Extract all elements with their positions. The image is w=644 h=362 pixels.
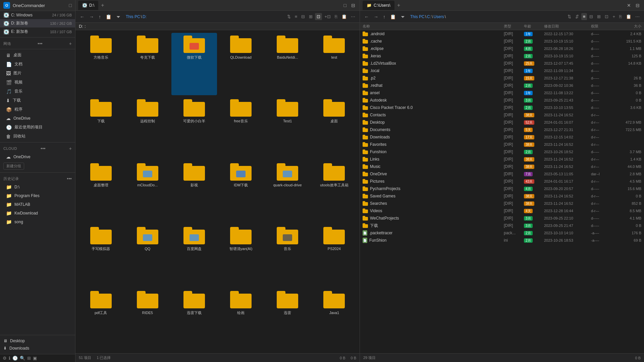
grid-item[interactable]: 方格音乐 [78,33,123,95]
search-sidebar-btn[interactable]: 🔍 [20,356,25,361]
list-row[interactable]: Desktop[DIR]52天2024-01-01 16:07d-r---472… [360,119,644,126]
right-forward-btn[interactable]: → [372,13,380,20]
list-row[interactable]: .cache[DIR]2月2023-10-19 15:10d-----191.5… [360,38,644,45]
list-row[interactable]: 📄FunShionini2月2023-10-26 18:53-a----69 B [360,237,644,244]
grid-item[interactable]: 桌面 [312,97,357,159]
list-row[interactable]: Pictures[DIR]43天2024-01-01 16:17d-r---4.… [360,178,644,185]
left-new-tab-btn2[interactable]: +⊡ [323,13,332,20]
list-row[interactable]: .local[DIR]1年2022-11-09 11:34d----- [360,67,644,74]
right-breadcrumb-thispc[interactable]: This PC [410,14,425,19]
grid-item[interactable]: 手写模拟器 [78,224,123,287]
right-up-btn[interactable]: ↑ [381,13,387,20]
grid-item[interactable]: 迅雷下载 [171,288,217,351]
apps-sidebar-btn[interactable]: ⊞ [27,356,31,361]
history-d[interactable]: 📁 D:\ [0,183,75,191]
left-breadcrumb-d[interactable]: D: [143,14,147,19]
clock-btn[interactable]: 🕒 [12,356,18,361]
nav-desktop[interactable]: 🖥 桌面 [0,51,75,60]
list-row[interactable]: .Ld2VirtualBox[DIR]25天2023-12-07 17:45d-… [360,60,644,67]
nav-music[interactable]: 🎵 音乐 [0,87,75,96]
list-row[interactable]: Favorites[DIR]38天2023-11-24 16:52d-r--- [360,141,644,148]
grid-item[interactable]: 下载 [78,97,123,159]
terminal-btn[interactable]: ▣ [33,356,37,361]
left-view-compact-btn[interactable]: ⊞ [307,13,314,20]
right-panel-close-btn[interactable]: ✕ [625,2,633,9]
right-panel-tab[interactable]: 📁 C:\Users\ [363,1,394,10]
drive-c[interactable]: 💽 C: Windows 24 / 106 GB [0,11,75,19]
info-btn[interactable]: ℹ [9,356,10,361]
list-row[interactable]: WeChatProjects[DIR]3月2023-09-25 22:10d--… [360,215,644,222]
list-row[interactable]: .p2[DIR]15天2023-12-17 21:38d-----26 B [360,74,644,82]
list-row[interactable]: Cisco Packet Tracer 6.0[DIR]2月2023-10-10… [360,104,644,111]
grid-item[interactable]: 迅雷 [265,288,310,351]
grid-item[interactable]: 智谱清yan(AI) [218,224,264,287]
right-panel-layout-btn[interactable]: ⊟ [634,2,641,9]
cloud-more-btn[interactable]: ••• [41,146,46,151]
grid-item[interactable]: 微软下载 [171,33,217,95]
left-copy-path-btn[interactable]: 📋 [104,13,113,20]
grid-item[interactable]: RIDE5 [125,288,170,351]
right-breadcrumb-users[interactable]: Users [433,14,444,19]
list-row[interactable]: Autodesk[DIR]3月2023-09-25 21:43d-----0 B [360,97,644,104]
grid-item[interactable]: 桌面整理 [78,161,123,223]
grid-item[interactable]: PS2024 [312,224,357,287]
list-row[interactable]: OneDrive[DIR]7月2023-05-13 11:05dar--l2.8… [360,170,644,178]
settings-btn[interactable]: ⚙ [3,356,7,361]
grid-item[interactable]: 夸克下载 [125,33,170,95]
drive-e[interactable]: 💽 E: 新加卷 103 / 107 GB [0,27,75,36]
bottom-desktop[interactable]: 🖥 Desktop [0,337,75,345]
history-song[interactable]: 📁 song [0,218,75,226]
right-copy2-btn[interactable]: ⎘ [618,13,624,20]
history-more-btn[interactable]: ••• [67,176,72,181]
list-row[interactable]: Documents[DIR]5天2023-12-27 21:31d-r---72… [360,126,644,133]
nav-documents[interactable]: 📄 文档 [0,60,75,69]
drive-d[interactable]: 💽 D: 新加卷 130 / 262 GB [0,19,75,27]
left-breadcrumb-thispc[interactable]: This PC [126,14,140,19]
right-copy-path-btn[interactable]: 📋 [388,13,397,20]
bottom-downloads[interactable]: ⬇ Downloads [0,345,75,352]
list-row[interactable]: ansel[DIR]1年2022-11-08 13:22d-----0 B [360,89,644,97]
right-view-list-btn[interactable]: ≡ [581,13,587,20]
network-more-btn[interactable]: ••• [38,41,43,46]
left-panel-tab[interactable]: 💽 D:\ [78,1,98,10]
list-row[interactable]: .eclipse[DIR]4月2023-08-28 18:26d-----1.1… [360,45,644,52]
list-row[interactable]: .keras[DIR]2月2023-10-19 15:10d-----125 B [360,52,644,60]
grid-item[interactable]: QLDownload [218,33,264,95]
left-up-btn[interactable]: ↑ [97,13,103,20]
left-panel-new-tab-btn[interactable]: + [100,2,105,8]
nav-recycle[interactable]: 🗑 回收站 [0,132,75,141]
right-history-btn[interactable]: ⏷ [399,13,407,20]
right-breadcrumb-c[interactable]: C: [427,14,431,19]
list-row[interactable]: PycharmProjects[DIR]4月2023-09-20 20:57d-… [360,185,644,192]
left-history-btn[interactable]: ⏷ [114,13,122,20]
grid-item[interactable]: IDM下载 [218,161,264,223]
left-view-list-btn[interactable]: ≡ [293,13,299,20]
list-row[interactable]: 📄.packettracerpack...2月2023-10-10 14:10-… [360,229,644,237]
nav-cloud-onedrive[interactable]: ☁ OneDrive [0,153,75,161]
nav-apps[interactable]: 📦 程序 [0,105,75,114]
left-paste-btn[interactable]: 📋 [340,13,348,20]
right-panel-new-tab-btn[interactable]: + [396,2,401,8]
left-back-btn[interactable]: ← [78,13,86,20]
right-view-detail-btn[interactable]: ⊟ [588,13,595,20]
history-matlab[interactable]: 📁 MATLAB [0,200,75,209]
right-more2-btn[interactable]: ⋯ [634,13,641,20]
left-forward-btn[interactable]: → [88,13,96,20]
grid-item[interactable]: QQ [125,224,170,287]
left-sort-btn[interactable]: ⇅ [285,13,292,20]
list-row[interactable]: 下载[DIR]3月2023-09-25 21:47d-----0 B [360,222,644,229]
history-programfiles[interactable]: 📁 Program Files [0,191,75,200]
grid-item[interactable]: utools效率工具箱 [312,161,357,223]
list-row[interactable]: Funshion[DIR]2月2023-10-26 18:52d-----3.7… [360,148,644,156]
grid-item[interactable]: quark-cloud-drive [265,161,310,223]
grid-item[interactable]: mCloudDo... [125,161,170,223]
new-group-btn[interactable]: 新建分组 [3,163,24,170]
grid-item[interactable]: Test1 [265,97,310,159]
grid-item[interactable]: 百度网盘 [171,224,217,287]
grid-item[interactable]: 影视 [171,161,217,223]
grid-item[interactable]: pdf工具 [78,288,123,351]
grid-item[interactable]: BaiduNetdi... [265,33,310,95]
grid-item[interactable]: 远程控制 [125,97,170,159]
list-row[interactable]: Contacts[DIR]38天2023-11-24 16:52d-r--- [360,111,644,119]
right-new-folder-btn[interactable]: + [611,13,617,20]
